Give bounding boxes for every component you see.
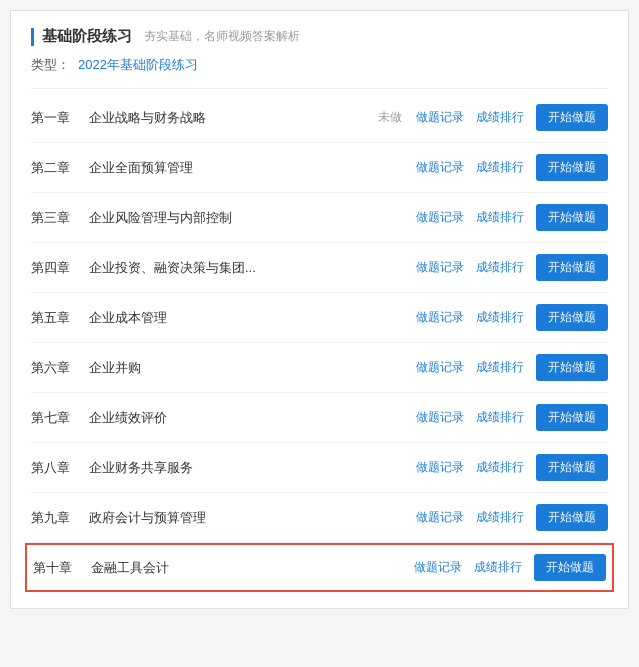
chapter-row: 第九章政府会计与预算管理做题记录成绩排行开始做题 [31,493,608,543]
chapter-name: 企业绩效评价 [89,409,416,427]
section-title: 基础阶段练习 [42,27,132,46]
start-button[interactable]: 开始做题 [536,304,608,331]
title-bar-accent [31,28,34,46]
type-value: 2022年基础阶段练习 [78,56,198,74]
chapter-num: 第六章 [31,359,83,377]
ranking-link[interactable]: 成绩排行 [476,359,524,376]
type-label: 类型： [31,56,70,74]
ranking-link[interactable]: 成绩排行 [476,109,524,126]
ranking-link[interactable]: 成绩排行 [474,559,522,576]
do-record-link[interactable]: 做题记录 [416,459,464,476]
chapter-num: 第五章 [31,309,83,327]
do-record-link[interactable]: 做题记录 [416,209,464,226]
start-button[interactable]: 开始做题 [536,454,608,481]
do-record-link[interactable]: 做题记录 [416,409,464,426]
chapter-num: 第四章 [31,259,83,277]
chapter-name: 企业投资、融资决策与集团... [89,259,416,277]
chapter-num: 第二章 [31,159,83,177]
chapter-name: 金融工具会计 [91,559,414,577]
start-button[interactable]: 开始做题 [534,554,606,581]
do-record-link[interactable]: 做题记录 [416,359,464,376]
ranking-link[interactable]: 成绩排行 [476,159,524,176]
chapter-row: 第一章企业战略与财务战略未做做题记录成绩排行开始做题 [31,93,608,143]
chapter-name: 政府会计与预算管理 [89,509,416,527]
start-button[interactable]: 开始做题 [536,204,608,231]
start-button[interactable]: 开始做题 [536,354,608,381]
chapter-row: 第五章企业成本管理做题记录成绩排行开始做题 [31,293,608,343]
chapter-row: 第二章企业全面预算管理做题记录成绩排行开始做题 [31,143,608,193]
chapter-name: 企业全面预算管理 [89,159,416,177]
main-container: 基础阶段练习 夯实基础，名师视频答案解析 类型： 2022年基础阶段练习 第一章… [10,10,629,609]
chapter-row: 第七章企业绩效评价做题记录成绩排行开始做题 [31,393,608,443]
status-badge: 未做 [376,109,404,126]
start-button[interactable]: 开始做题 [536,404,608,431]
ranking-link[interactable]: 成绩排行 [476,459,524,476]
chapter-num: 第九章 [31,509,83,527]
ranking-link[interactable]: 成绩排行 [476,509,524,526]
do-record-link[interactable]: 做题记录 [416,109,464,126]
start-button[interactable]: 开始做题 [536,254,608,281]
chapter-num: 第十章 [33,559,85,577]
chapter-name: 企业财务共享服务 [89,459,416,477]
chapter-row: 第三章企业风险管理与内部控制做题记录成绩排行开始做题 [31,193,608,243]
chapter-name: 企业并购 [89,359,416,377]
start-button[interactable]: 开始做题 [536,504,608,531]
ranking-link[interactable]: 成绩排行 [476,309,524,326]
do-record-link[interactable]: 做题记录 [416,259,464,276]
section-subtitle: 夯实基础，名师视频答案解析 [144,28,300,45]
chapter-name: 企业风险管理与内部控制 [89,209,416,227]
start-button[interactable]: 开始做题 [536,154,608,181]
chapter-num: 第一章 [31,109,83,127]
chapter-row: 第十章金融工具会计做题记录成绩排行开始做题 [25,543,614,592]
ranking-link[interactable]: 成绩排行 [476,209,524,226]
start-button[interactable]: 开始做题 [536,104,608,131]
do-record-link[interactable]: 做题记录 [414,559,462,576]
chapter-row: 第四章企业投资、融资决策与集团...做题记录成绩排行开始做题 [31,243,608,293]
section-header: 基础阶段练习 夯实基础，名师视频答案解析 [31,27,608,46]
do-record-link[interactable]: 做题记录 [416,509,464,526]
chapter-row: 第八章企业财务共享服务做题记录成绩排行开始做题 [31,443,608,493]
ranking-link[interactable]: 成绩排行 [476,259,524,276]
ranking-link[interactable]: 成绩排行 [476,409,524,426]
chapter-num: 第八章 [31,459,83,477]
chapter-list: 第一章企业战略与财务战略未做做题记录成绩排行开始做题第二章企业全面预算管理做题记… [31,93,608,592]
chapter-name: 企业成本管理 [89,309,416,327]
divider [31,88,608,89]
chapter-row: 第六章企业并购做题记录成绩排行开始做题 [31,343,608,393]
chapter-name: 企业战略与财务战略 [89,109,376,127]
do-record-link[interactable]: 做题记录 [416,159,464,176]
chapter-num: 第七章 [31,409,83,427]
chapter-num: 第三章 [31,209,83,227]
do-record-link[interactable]: 做题记录 [416,309,464,326]
type-row: 类型： 2022年基础阶段练习 [31,56,608,74]
